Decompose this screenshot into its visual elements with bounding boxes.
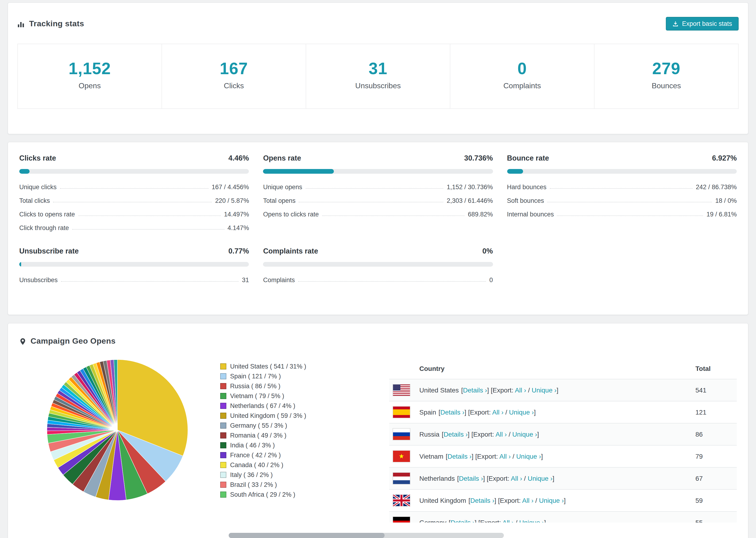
geo-table: Country Total United States[Details ›] [… [389, 358, 737, 522]
campaign-overview-page: Tracking stats Export basic stats 1,152O… [0, 2, 756, 538]
legend-swatch [220, 492, 226, 498]
legend-label: South Africa ( 29 / 2% ) [230, 491, 296, 498]
geo-header: Campaign Geo Opens [19, 337, 737, 346]
metric-row-unique-clicks: Unique clicks167 / 4.456% [19, 180, 249, 194]
export-unique-link[interactable]: Unique › [532, 386, 557, 394]
bracket: ] [495, 497, 498, 504]
horizontal-scrollbar-track[interactable] [229, 533, 504, 538]
dotted-leader [547, 202, 712, 202]
country-total: 79 [692, 445, 737, 467]
details-link[interactable]: Details › [463, 386, 487, 394]
metric-value: 31 [242, 277, 249, 284]
legend-item-india: India ( 46 / 3% ) [220, 440, 361, 450]
progress-bar [19, 169, 249, 174]
legend-swatch [220, 482, 226, 488]
progress-bar-fill [19, 169, 29, 174]
export-unique-link[interactable]: Unique › [519, 519, 544, 522]
legend-item-united-states: United States ( 541 / 31% ) [220, 361, 361, 371]
legend-swatch [220, 452, 226, 458]
rate-value: 6.927% [712, 154, 737, 162]
metric-label: Unique clicks [19, 184, 57, 190]
export-basic-stats-button[interactable]: Export basic stats [666, 17, 739, 30]
stat-label: Bounces [594, 82, 738, 90]
stat-opens: 1,152Opens [18, 44, 162, 108]
country-cell: Netherlands[Details ›] [Export: All › / … [415, 467, 692, 489]
export-unique-link[interactable]: Unique › [516, 453, 541, 460]
flag-column-header [389, 358, 415, 379]
legend-item-spain: Spain ( 121 / 7% ) [220, 371, 361, 381]
export-unique-link[interactable]: Unique › [512, 430, 537, 438]
metric-label: Total clicks [19, 197, 50, 204]
country-total: 67 [692, 467, 737, 489]
rate-panel-bounce-rate: Bounce rate6.927%Hard bounces242 / 86.73… [507, 154, 737, 235]
legend-item-romania: Romania ( 49 / 3% ) [220, 430, 361, 440]
geo-content: United States ( 541 / 31% )Spain ( 121 /… [19, 358, 737, 522]
export-all-link[interactable]: All › [499, 453, 511, 460]
country-name: Netherlands [419, 475, 455, 482]
country-name: Spain [419, 408, 436, 416]
bracket: ] [537, 430, 539, 438]
country-flag-vn-icon [389, 445, 415, 467]
country-cell: Russia[Details ›] [Export: All › / Uniqu… [415, 423, 692, 445]
metric-row-hard-bounces: Hard bounces242 / 86.738% [507, 180, 737, 194]
details-link[interactable]: Details › [459, 475, 483, 482]
metric-row-click-through-rate: Click through rate4.147% [19, 221, 249, 235]
metric-value: 167 / 4.456% [212, 184, 249, 190]
stat-value: 0 [450, 59, 594, 78]
rate-title: Opens rate [263, 154, 301, 162]
legend-label: France ( 42 / 2% ) [230, 452, 281, 459]
details-link[interactable]: Details › [448, 453, 472, 460]
bracket: [ [439, 408, 441, 416]
export-label: [Export: [468, 408, 491, 416]
country-flag-gb-icon [389, 489, 415, 511]
rate-panel-opens-rate: Opens rate30.736%Unique opens1,152 / 30.… [263, 154, 493, 235]
country-name: United Kingdom [419, 497, 466, 504]
export-label: [Export: [487, 475, 510, 482]
metric-label: Unique opens [263, 184, 302, 190]
metric-row-complaints: Complaints0 [263, 273, 493, 287]
rate-panel-complaints-rate: Complaints rate0%Complaints0 [263, 247, 493, 287]
dotted-leader [322, 215, 465, 216]
metric-value: 242 / 86.738% [696, 184, 737, 190]
stat-value: 1,152 [18, 59, 162, 78]
campaign-geo-opens-title: Campaign Geo Opens [19, 337, 116, 346]
export-all-link[interactable]: All › [515, 386, 526, 394]
legend-swatch [220, 383, 226, 389]
legend-swatch [220, 413, 226, 419]
export-unique-link[interactable]: Unique › [539, 497, 564, 504]
legend-item-south-africa: South Africa ( 29 / 2% ) [220, 490, 361, 500]
metric-row-clicks-to-opens-rate: Clicks to opens rate14.497% [19, 207, 249, 221]
metric-row-soft-bounces: Soft bounces18 / 0% [507, 194, 737, 207]
horizontal-scrollbar-thumb[interactable] [229, 533, 385, 538]
country-total: 541 [692, 379, 737, 401]
export-unique-link[interactable]: Unique › [527, 475, 553, 482]
details-link[interactable]: Details › [444, 430, 468, 438]
export-all-link[interactable]: All › [503, 519, 514, 522]
progress-bar-fill [19, 262, 21, 267]
details-link[interactable]: Details › [440, 408, 464, 416]
geo-table-row-germany: Germany[Details ›] [Export: All › / Uniq… [389, 511, 737, 522]
legend-label: Italy ( 36 / 2% ) [230, 471, 273, 478]
metric-label: Click through rate [19, 224, 69, 232]
legend-swatch [220, 373, 226, 379]
legend-label: United Kingdom ( 59 / 3% ) [230, 412, 306, 419]
rates-card: Clicks rate4.46%Unique clicks167 / 4.456… [8, 142, 748, 315]
stat-value: 167 [162, 59, 306, 78]
export-unique-link[interactable]: Unique › [509, 408, 534, 416]
tracking-stats-title-text: Tracking stats [29, 19, 84, 28]
export-all-link[interactable]: All › [495, 430, 507, 438]
bracket: ] [468, 430, 471, 438]
export-label: [Export: [498, 497, 521, 504]
legend-item-russia: Russia ( 86 / 5% ) [220, 381, 361, 391]
legend-label: Vietnam ( 79 / 5% ) [230, 393, 284, 400]
export-all-link[interactable]: All › [522, 497, 533, 504]
details-link[interactable]: Details › [451, 519, 475, 522]
progress-bar-fill [507, 169, 523, 174]
legend-swatch [220, 363, 226, 369]
export-all-link[interactable]: All › [511, 475, 522, 482]
details-link[interactable]: Details › [470, 497, 495, 504]
export-all-link[interactable]: All › [492, 408, 503, 416]
metric-value: 4.147% [228, 224, 249, 232]
bracket: ] [557, 386, 558, 394]
stat-label: Clicks [162, 82, 306, 90]
